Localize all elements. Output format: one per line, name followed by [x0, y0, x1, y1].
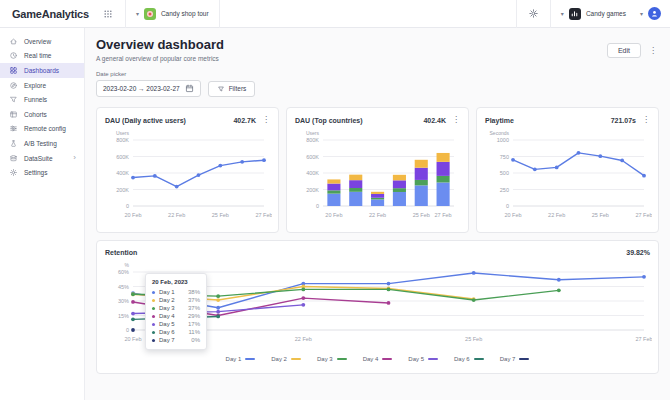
org-selector[interactable]: ▾ Candy games — [551, 0, 636, 28]
sidebar-item-cohorts[interactable]: Cohorts — [0, 107, 84, 122]
chart-legend: Day 1Day 2Day 3Day 4Day 5Day 6Day 7 — [105, 356, 650, 362]
tooltip-series-label: Day 4 — [159, 313, 175, 319]
funnel-icon — [9, 95, 18, 104]
tooltip-series-label: Day 6 — [159, 329, 175, 335]
svg-text:22 Feb: 22 Feb — [295, 336, 312, 342]
svg-text:25 Feb: 25 Feb — [212, 212, 229, 218]
legend-item-day-5[interactable]: Day 5 — [408, 356, 438, 362]
kebab-menu-icon[interactable]: ⋮ — [452, 116, 460, 124]
tooltip-series-label: Day 2 — [159, 297, 175, 303]
svg-text:%: % — [125, 262, 130, 268]
tooltip-series-label: Day 3 — [159, 305, 175, 311]
series-dot — [152, 299, 155, 302]
edit-button[interactable]: Edit — [607, 43, 641, 58]
tooltip-date: 20 Feb, 2023 — [152, 279, 200, 285]
sidebar-item-real-time[interactable]: Real time — [0, 49, 84, 64]
date-range-input[interactable]: 2023-02-20 → 2023-02-27 — [96, 80, 201, 97]
topbar: GameAnalytics ▾ Candy shop tour ▾ — [0, 0, 670, 28]
chevron-down-icon: ▾ — [136, 10, 139, 17]
sidebar-item-funnels[interactable]: Funnels — [0, 92, 84, 107]
legend-item-day-3[interactable]: Day 3 — [317, 356, 347, 362]
filters-button[interactable]: Filters — [208, 81, 256, 97]
kebab-menu-icon[interactable]: ⋮ — [642, 116, 650, 124]
legend-swatch — [382, 358, 392, 361]
svg-text:750: 750 — [500, 154, 509, 160]
tooltip-row: Day 138% — [152, 288, 200, 296]
user-menu[interactable]: ▾ — [636, 7, 670, 20]
svg-text:200K: 200K — [306, 187, 319, 193]
chevron-down-icon: ▾ — [561, 10, 564, 17]
series-dot — [152, 331, 155, 334]
series-dot — [152, 315, 155, 318]
chart-tooltip: 20 Feb, 2023 Day 138%Day 237%Day 337%Day… — [145, 273, 207, 350]
legend-label: Day 3 — [317, 356, 333, 362]
sidebar-item-dashboards[interactable]: Dashboards — [0, 63, 84, 78]
sidebar-item-overview[interactable]: Overview — [0, 34, 84, 49]
apps-grid-icon[interactable] — [103, 9, 113, 19]
kebab-menu-icon[interactable]: ⋮ — [262, 116, 270, 124]
series-dot — [152, 307, 155, 310]
card-playtime: Playtime 721.07s ⋮ Seconds10007505002500… — [476, 107, 659, 233]
gameanalytics-logo: GameAnalytics — [12, 8, 89, 20]
compass-icon — [9, 81, 18, 90]
gear-icon — [9, 168, 18, 177]
settings-gear-icon[interactable] — [517, 8, 550, 19]
sliders-icon — [9, 124, 18, 133]
svg-text:20 Feb: 20 Feb — [124, 336, 141, 342]
legend-item-day-2[interactable]: Day 2 — [271, 356, 301, 362]
legend-item-day-6[interactable]: Day 6 — [454, 356, 484, 362]
sidebar-item-label: Explore — [24, 82, 46, 89]
sidebar-item-label: Cohorts — [24, 111, 47, 118]
legend-item-day-1[interactable]: Day 1 — [226, 356, 256, 362]
legend-swatch — [474, 358, 484, 361]
svg-text:Users: Users — [116, 130, 130, 136]
svg-text:22 Feb: 22 Feb — [548, 212, 565, 218]
svg-text:Users: Users — [306, 130, 320, 136]
svg-text:500: 500 — [500, 170, 509, 176]
tooltip-series-label: Day 1 — [159, 289, 175, 295]
dashboards-icon — [9, 66, 18, 75]
sidebar-item-settings[interactable]: Settings — [0, 165, 84, 180]
svg-text:400K: 400K — [306, 170, 319, 176]
sidebar-item-label: Remote config — [24, 125, 66, 132]
legend-label: Day 1 — [226, 356, 242, 362]
legend-item-day-4[interactable]: Day 4 — [363, 356, 393, 362]
sidebar-item-label: A/B Testing — [24, 140, 57, 147]
svg-text:250: 250 — [500, 187, 509, 193]
page-subtitle: A general overview of popular core metri… — [96, 55, 659, 62]
legend-swatch — [428, 358, 438, 361]
page-header: Overview dashboard A general overview of… — [96, 37, 659, 62]
card-title: DAU (Daily active users) — [105, 117, 186, 124]
tooltip-row: Day 429% — [152, 312, 200, 320]
playtime-line-chart[interactable]: Seconds1000750500250020 Feb22 Feb25 Feb2… — [485, 128, 652, 228]
svg-text:27 Feb: 27 Feb — [635, 212, 652, 218]
sidebar-item-a-b-testing[interactable]: A/B Testing — [0, 136, 84, 151]
legend-swatch — [337, 358, 347, 361]
sidebar-item-label: Overview — [24, 38, 51, 45]
game-selector[interactable]: ▾ Candy shop tour — [126, 0, 219, 28]
svg-text:0: 0 — [126, 203, 129, 209]
svg-text:1000: 1000 — [497, 137, 509, 143]
flask-icon — [9, 139, 18, 148]
dau-countries-bar-chart[interactable]: Users800K600K400K200K020 Feb22 Feb25 Feb… — [295, 128, 462, 228]
svg-text:400K: 400K — [116, 170, 129, 176]
tooltip-series-value: 37% — [188, 297, 200, 303]
dau-line-chart[interactable]: Users800K600K400K200K020 Feb22 Feb25 Feb… — [105, 128, 272, 228]
sidebar-item-datasuite[interactable]: DataSuite› — [0, 151, 84, 166]
sidebar-item-remote-config[interactable]: Remote config — [0, 122, 84, 137]
legend-label: Day 2 — [271, 356, 287, 362]
svg-text:22 Feb: 22 Feb — [168, 212, 185, 218]
game-selector-label: Candy shop tour — [161, 10, 209, 17]
svg-text:200K: 200K — [116, 187, 129, 193]
card-title: Retention — [105, 249, 137, 256]
tooltip-row: Day 337% — [152, 304, 200, 312]
series-dot — [152, 291, 155, 294]
separator — [219, 0, 220, 28]
tooltip-row: Day 70% — [152, 336, 200, 344]
filter-icon — [217, 85, 225, 93]
sidebar-item-explore[interactable]: Explore — [0, 78, 84, 93]
kebab-menu-icon[interactable]: ⋮ — [649, 47, 657, 55]
chevron-down-icon: ▾ — [640, 10, 643, 17]
svg-text:800K: 800K — [116, 137, 129, 143]
legend-item-day-7[interactable]: Day 7 — [500, 356, 530, 362]
